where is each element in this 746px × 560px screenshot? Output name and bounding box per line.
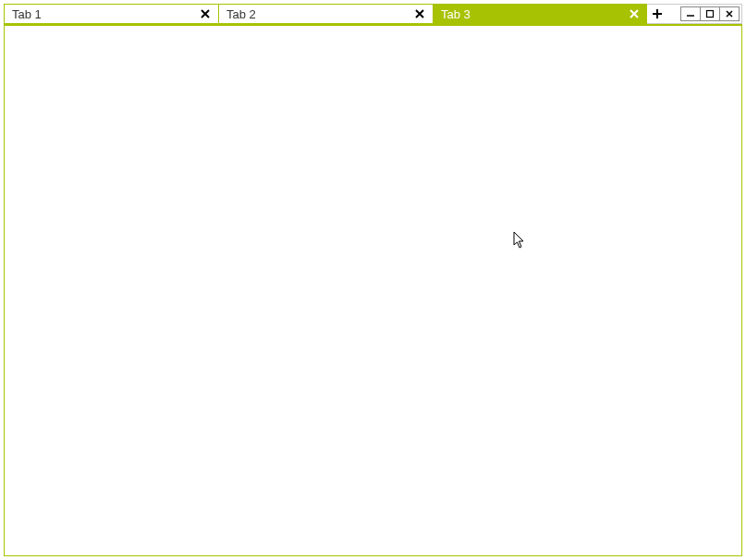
titlebar: Tab 1 Tab 2 Tab 3 [4,4,742,24]
close-window-button[interactable] [719,6,740,21]
close-icon [201,9,210,18]
tab-1[interactable]: Tab 1 [4,4,218,24]
titlebar-spacer [667,4,679,24]
close-icon [415,9,424,18]
close-icon [725,9,734,18]
app-window: Tab 1 Tab 2 Tab 3 [0,0,746,560]
tab-close-button[interactable] [627,6,642,21]
window-controls [679,4,742,24]
close-icon [630,9,639,18]
tab-label: Tab 1 [12,7,198,21]
plus-icon [652,8,663,19]
tab-3[interactable]: Tab 3 [433,4,647,24]
minimize-button[interactable] [680,6,701,21]
minimize-icon [686,9,695,18]
add-tab-button[interactable] [647,4,667,24]
content-area [4,24,742,556]
tab-2[interactable]: Tab 2 [218,4,433,24]
svg-rect-0 [707,11,714,18]
maximize-icon [705,9,715,18]
tab-strip: Tab 1 Tab 2 Tab 3 [4,4,647,24]
tab-label: Tab 3 [441,7,627,21]
maximize-button[interactable] [700,6,720,21]
tab-label: Tab 2 [226,7,412,21]
tab-close-button[interactable] [412,6,427,21]
tab-close-button[interactable] [198,6,213,21]
cursor-icon [513,231,528,250]
